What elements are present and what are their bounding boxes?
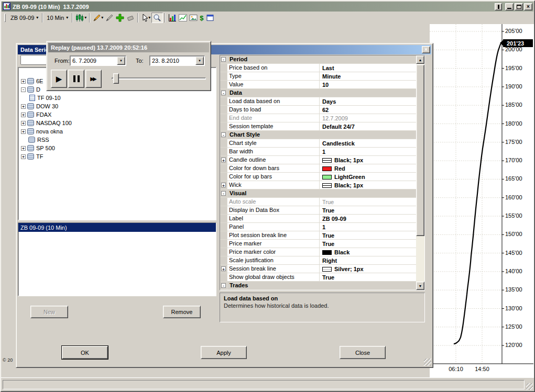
property-section[interactable]: -Data bbox=[220, 89, 416, 97]
collapse-icon[interactable]: - bbox=[221, 91, 226, 95]
property-value[interactable]: 10 bbox=[320, 81, 416, 88]
collapse-icon[interactable]: - bbox=[221, 191, 226, 196]
bar-chart-icon[interactable] bbox=[167, 13, 178, 23]
scroll-thumb[interactable] bbox=[416, 64, 424, 236]
property-value[interactable]: Silver; 1px bbox=[320, 265, 416, 273]
ok-button[interactable]: OK bbox=[62, 346, 108, 359]
property-row[interactable]: +Session break lineSilver; 1px bbox=[220, 265, 416, 273]
window-titlebar[interactable]: ZB 09-09 (10 Min) 13.7.2009 × bbox=[2, 2, 533, 12]
property-value[interactable]: Black; 1px bbox=[320, 156, 416, 164]
property-value[interactable]: Black; 1px bbox=[320, 181, 416, 189]
property-row[interactable]: Auto scaleTrue bbox=[220, 198, 416, 206]
from-date-picker[interactable]: 6. 7.2009 ▼ bbox=[70, 55, 126, 66]
replay-titlebar[interactable]: Replay (paused) 13.7.2009 20:52:16 bbox=[48, 43, 209, 52]
property-value[interactable]: True bbox=[320, 240, 416, 248]
remove-button[interactable]: Remove bbox=[163, 306, 201, 318]
property-value[interactable]: 62 bbox=[320, 106, 416, 114]
zoom-icon[interactable] bbox=[151, 13, 163, 23]
property-row[interactable]: Bar width1 bbox=[220, 148, 416, 156]
status-resize-grip[interactable] bbox=[526, 383, 533, 390]
tree-item[interactable]: +nova okna bbox=[18, 127, 216, 136]
property-section[interactable]: -Visual bbox=[220, 189, 416, 198]
expand-icon[interactable]: + bbox=[21, 104, 26, 109]
property-value[interactable]: 1 bbox=[320, 223, 416, 231]
property-value[interactable]: Right bbox=[320, 256, 416, 264]
tree-item[interactable]: TF 09-10 bbox=[18, 94, 216, 102]
replay-position-slider[interactable] bbox=[108, 70, 209, 88]
apply-button[interactable]: Apply bbox=[201, 346, 247, 359]
collapse-icon[interactable]: - bbox=[221, 57, 226, 62]
slider-thumb[interactable] bbox=[113, 73, 119, 84]
tree-item[interactable]: RSS bbox=[18, 136, 216, 144]
property-section[interactable]: -Trades bbox=[220, 282, 416, 290]
tree-item[interactable]: +TF bbox=[18, 152, 216, 161]
tree-item[interactable]: +DOW 30 bbox=[18, 102, 216, 110]
interval-dropdown[interactable]: 10 Min ▾ bbox=[45, 14, 70, 22]
collapse-icon[interactable]: - bbox=[21, 87, 26, 92]
scroll-up-icon[interactable]: ▲ bbox=[416, 55, 424, 64]
property-value[interactable]: Last bbox=[320, 64, 416, 72]
expand-icon[interactable]: + bbox=[221, 266, 226, 271]
property-row[interactable]: Chart styleCandlestick bbox=[220, 139, 416, 148]
property-value[interactable]: Default 24/7 bbox=[320, 122, 416, 130]
series-list[interactable]: ZB 09-09 (10 Min) bbox=[18, 222, 216, 296]
eraser-icon[interactable] bbox=[125, 13, 136, 23]
property-row[interactable]: Show global draw objectsTrue bbox=[220, 273, 416, 282]
expand-icon[interactable]: + bbox=[221, 158, 226, 162]
add-drawing-icon[interactable] bbox=[115, 13, 125, 23]
close-button[interactable]: × bbox=[524, 3, 532, 10]
property-section[interactable]: -Chart Style bbox=[220, 131, 416, 139]
tree-item[interactable]: +NASDAQ 100 bbox=[18, 119, 216, 127]
expand-icon[interactable]: + bbox=[221, 183, 226, 187]
property-value[interactable]: True bbox=[320, 206, 416, 214]
dialog-close-button[interactable]: Close bbox=[340, 346, 386, 359]
property-value[interactable]: Candlestick bbox=[320, 139, 416, 147]
new-button[interactable]: New bbox=[30, 306, 68, 318]
window-extra-button[interactable] bbox=[495, 3, 502, 10]
property-row[interactable]: Session templateDefault 24/7 bbox=[220, 122, 416, 131]
property-row[interactable]: End date12.7.2009 bbox=[220, 114, 416, 122]
property-row[interactable]: LabelZB 09-09 bbox=[220, 215, 416, 223]
property-section[interactable]: -Period bbox=[220, 55, 416, 64]
property-row[interactable]: Color for up barsLightGreen bbox=[220, 173, 416, 181]
maximize-button[interactable] bbox=[515, 3, 523, 10]
property-row[interactable]: Plot session break lineTrue bbox=[220, 231, 416, 240]
property-row[interactable]: +WickBlack; 1px bbox=[220, 181, 416, 189]
expand-icon[interactable]: + bbox=[21, 154, 26, 159]
property-row[interactable]: Price marker colorBlack bbox=[220, 248, 416, 256]
property-row[interactable]: Value10 bbox=[220, 81, 416, 89]
instrument-dropdown[interactable]: ZB 09-09 ▾ bbox=[8, 14, 40, 22]
scroll-down-icon[interactable]: ▼ bbox=[416, 282, 424, 290]
property-value[interactable]: Red bbox=[320, 164, 416, 172]
property-value[interactable]: True bbox=[320, 198, 416, 206]
collapse-icon[interactable]: - bbox=[221, 132, 226, 137]
property-row[interactable]: Display in Data BoxTrue bbox=[220, 206, 416, 215]
property-value[interactable]: Days bbox=[320, 97, 416, 105]
tree-item[interactable]: +FDAX bbox=[18, 110, 216, 119]
property-value[interactable]: True bbox=[320, 273, 416, 281]
pencil-secondary-icon[interactable] bbox=[104, 13, 115, 23]
to-date-picker[interactable]: 23. 8.2010 ▼ bbox=[149, 55, 205, 66]
dialog-close-icon[interactable]: × bbox=[422, 46, 430, 53]
expand-icon[interactable]: + bbox=[21, 113, 26, 117]
dollar-icon[interactable]: $ bbox=[199, 13, 204, 23]
pencil-icon[interactable]: ▾ bbox=[92, 13, 104, 23]
property-value[interactable]: Black bbox=[320, 248, 416, 256]
property-row[interactable]: TypeMinute bbox=[220, 72, 416, 81]
property-row[interactable]: Load data based onDays bbox=[220, 97, 416, 106]
property-value[interactable]: 1 bbox=[320, 148, 416, 155]
property-value[interactable]: ZB 09-09 bbox=[320, 215, 416, 222]
toolbar-grip[interactable] bbox=[4, 14, 6, 22]
play-button[interactable]: ▶ bbox=[51, 70, 67, 88]
line-chart-icon[interactable] bbox=[178, 13, 188, 23]
expand-icon[interactable]: + bbox=[21, 129, 26, 134]
property-grid-scrollbar[interactable]: ▲ ▼ bbox=[416, 55, 424, 290]
expand-icon[interactable]: + bbox=[21, 146, 26, 151]
tree-item[interactable]: +SP 500 bbox=[18, 144, 216, 152]
property-row[interactable]: Color for down barsRed bbox=[220, 164, 416, 173]
property-value[interactable]: 12.7.2009 bbox=[320, 114, 416, 122]
minimize-button[interactable] bbox=[505, 3, 514, 10]
candlestick-chart-icon[interactable]: ▾ bbox=[74, 13, 88, 23]
expand-icon[interactable]: + bbox=[21, 121, 26, 126]
expand-icon[interactable]: + bbox=[21, 79, 26, 84]
